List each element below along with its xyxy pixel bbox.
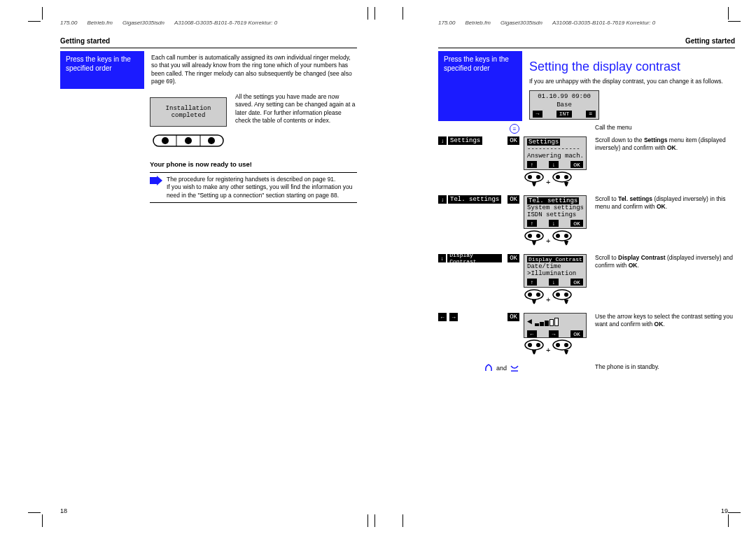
svg-marker-7 [157, 176, 162, 185]
display-contrast-label: Display Contrast [447, 254, 502, 262]
lcd-contrast: Display Contrast Date/time >Illumination… [524, 254, 587, 288]
svg-point-1 [162, 137, 169, 144]
svg-point-19 [564, 234, 568, 238]
ok-label: OK [507, 195, 519, 204]
svg-point-28 [536, 343, 540, 347]
intro-text: If you are unhappy with the display cont… [529, 78, 735, 85]
svg-point-3 [208, 137, 215, 144]
svg-point-17 [553, 231, 571, 241]
hdr-2: Betrieb.fm [465, 20, 490, 26]
keys-icon: + [524, 289, 591, 310]
hdr-3: Gigaset3035isdn [500, 20, 542, 26]
svg-point-12 [556, 175, 560, 179]
down-arrow-icon: ↓ [438, 136, 447, 145]
handset-down-icon [510, 363, 519, 373]
heading-contrast: Setting the display contrast [529, 58, 735, 75]
three-keys-icon [150, 132, 227, 149]
svg-point-31 [564, 343, 568, 347]
left-soft-icon: → [533, 111, 542, 118]
svg-point-22 [536, 293, 540, 297]
tel-settings-label: Tel. settings [448, 195, 501, 204]
handset-up-icon [484, 363, 493, 373]
para-saved: All the settings you have made are now s… [235, 93, 357, 125]
down-arrow-icon: ↓ [438, 254, 446, 262]
svg-point-26 [525, 340, 543, 350]
idle-display: 01.10.99 09:00 Base → INT ≡ [529, 90, 599, 120]
blue-instruction-text: Press the keys in the specified order [66, 55, 131, 72]
idle-line2: Base [533, 101, 596, 109]
svg-point-14 [525, 231, 543, 241]
lcd-settings: Settings -------------- Answering mach. … [524, 136, 587, 170]
blue-instruction-box: Press the keys in the specified order [438, 51, 522, 121]
lcd-installation-box: Installation completed [150, 93, 227, 153]
menu-soft-icon: ≡ [586, 111, 596, 118]
idle-line1: 01.10.99 09:00 [533, 92, 596, 101]
page-number: 19 [721, 507, 728, 514]
right-arrow-icon: → [449, 313, 458, 321]
svg-point-20 [525, 290, 543, 300]
keys-icon: + [524, 339, 591, 360]
ready-title: Your phone is now ready to use! [150, 160, 357, 168]
settings-label: Settings [448, 136, 482, 145]
hdr-4: A31008-G3035-B101-6-7619 Korrektur: 0 [552, 20, 655, 26]
note-arrow-icon [150, 176, 162, 199]
int-label: INT [556, 111, 572, 118]
lcd-contrast-bars: ◄ ←→OK [524, 313, 587, 338]
standby-desc: The phone is in standby. [595, 363, 735, 371]
menu-desc: Call the menu [595, 124, 735, 132]
left-page: 175.00 Betrieb.fm Gigaset3035isdn A31008… [0, 0, 378, 534]
lcd-line1: Installation [155, 105, 222, 112]
hdr-4: A31008-G3035-B101-6-7619 Korrektur: 0 [174, 20, 277, 26]
note-block: The procedure for registering handsets i… [150, 172, 357, 203]
lcd-tel: Tel. settings System settings ISDN setti… [524, 195, 587, 229]
header-line: 175.00 Betrieb.fm Gigaset3035isdn A31008… [60, 20, 357, 30]
svg-point-13 [564, 175, 568, 179]
keys-icon: + [524, 171, 591, 192]
svg-point-15 [528, 234, 532, 238]
up-icon: ↑ [527, 161, 537, 168]
svg-rect-6 [150, 177, 157, 184]
hdr-1: 175.00 [438, 20, 455, 26]
svg-point-27 [528, 343, 532, 347]
ok-label: OK [507, 254, 519, 262]
svg-point-8 [525, 172, 543, 182]
section-title: Getting started [60, 37, 357, 48]
and-text: and [496, 365, 507, 372]
down-icon: ↓ [549, 161, 559, 168]
page-number: 18 [60, 507, 67, 514]
ok-label: OK [507, 136, 519, 145]
svg-point-11 [553, 172, 571, 182]
svg-point-16 [536, 234, 540, 238]
header-line: 175.00 Betrieb.fm Gigaset3035isdn A31008… [438, 20, 735, 30]
left-arrow-icon: ← [438, 313, 447, 321]
hdr-3: Gigaset3035isdn [122, 20, 164, 26]
svg-point-29 [553, 340, 571, 350]
svg-point-18 [556, 234, 560, 238]
contrast-bars-icon [535, 318, 559, 326]
svg-point-30 [556, 343, 560, 347]
menu-key-icon: ≡ [510, 124, 519, 134]
svg-point-21 [528, 293, 532, 297]
blue-instruction-text: Press the keys in the specified order [444, 55, 509, 72]
svg-point-25 [564, 293, 568, 297]
note-text-1: The procedure for registering handsets i… [167, 176, 357, 183]
note-text-2: If you wish to make any other settings, … [167, 183, 357, 199]
svg-point-23 [553, 290, 571, 300]
svg-point-10 [536, 175, 540, 179]
right-page: 175.00 Betrieb.fm Gigaset3035isdn A31008… [378, 0, 756, 534]
svg-point-2 [185, 137, 192, 144]
section-title: Getting started [438, 37, 735, 48]
ok-label: OK [507, 313, 519, 321]
hdr-2: Betrieb.fm [87, 20, 112, 26]
body-column: Each call number is automatically assign… [144, 51, 357, 89]
keys-icon: + [524, 230, 591, 251]
ok-icon: OK [570, 161, 583, 168]
svg-point-24 [556, 293, 560, 297]
hdr-1: 175.00 [60, 20, 77, 26]
lcd-line2: completed [155, 112, 222, 119]
svg-point-9 [528, 175, 532, 179]
para-ringer: Each call number is automatically assign… [151, 54, 357, 86]
blue-instruction-box: Press the keys in the specified order [60, 51, 144, 89]
down-arrow-icon: ↓ [438, 195, 447, 204]
